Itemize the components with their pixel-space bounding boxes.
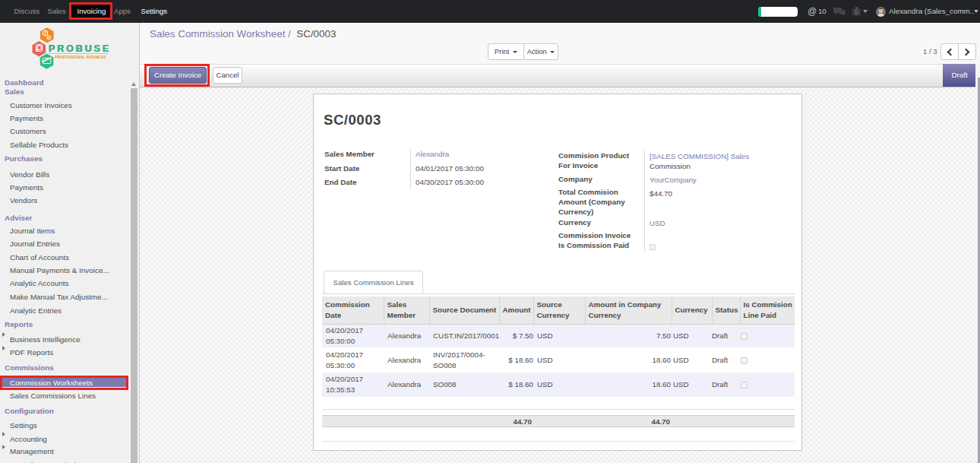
svg-text:PROFESSIONAL BUSINESS: PROFESSIONAL BUSINESS bbox=[55, 55, 106, 59]
svg-text:PROBUSE: PROBUSE bbox=[49, 43, 111, 54]
